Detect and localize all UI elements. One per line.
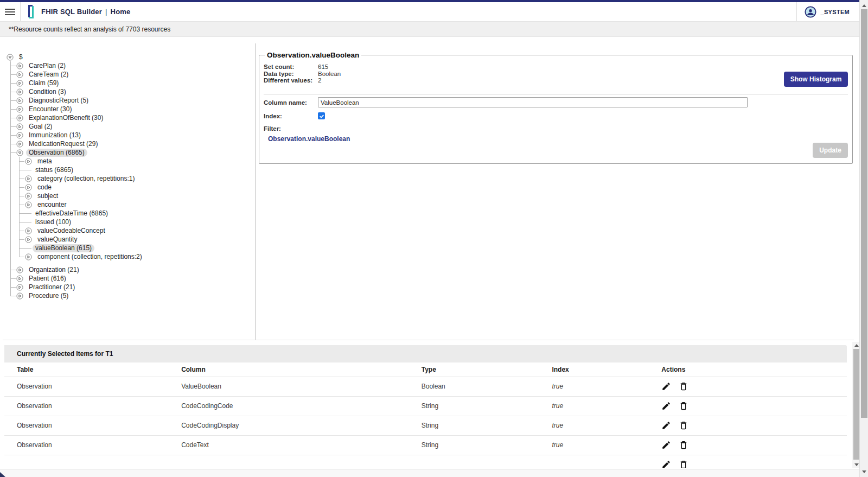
tree-node[interactable]: CarePlan (2) [4,61,251,70]
tree-node[interactable]: Encounter (30) [4,105,251,113]
tree-toggle-icon[interactable] [16,97,23,104]
tree-toggle-icon[interactable] [16,132,23,139]
tree-node[interactable]: DiagnosticReport (5) [4,96,251,105]
tree-node[interactable]: Condition (3) [4,87,251,96]
tree-toggle-icon[interactable] [16,71,23,78]
tree-node-label[interactable]: meta [35,157,55,166]
tree-node-label[interactable]: $ [16,53,25,61]
tree-toggle-icon[interactable] [25,201,32,208]
index-checkbox[interactable] [318,112,325,119]
tree-node[interactable]: Goal (2) [4,122,251,131]
tree-node-label[interactable]: category (collection, repetitions:1) [35,175,137,183]
tree-node-label[interactable]: CareTeam (2) [26,71,71,79]
tree-node[interactable]: Organization (21) [4,265,251,274]
tree-node[interactable]: status (6865) [4,166,251,174]
tree-node[interactable]: Claim (59) [4,79,251,87]
tree-node-label[interactable]: Observation (6865) [26,149,87,157]
tree-toggle-icon[interactable] [25,184,32,191]
tree-toggle-icon[interactable] [25,227,32,234]
edit-icon[interactable] [661,381,671,391]
tree-node[interactable]: code [4,183,251,192]
tree-node-label[interactable]: status (6865) [33,166,76,174]
tree-toggle-icon[interactable] [16,149,23,156]
tree-node-label[interactable]: Encounter (30) [26,105,74,113]
tree-toggle-icon[interactable] [25,253,32,260]
filter-link[interactable]: Observation.valueBoolean [268,135,350,143]
delete-icon[interactable] [679,381,688,391]
edit-icon[interactable] [661,460,671,468]
tree-node[interactable]: encounter [4,200,251,209]
tree-node-label[interactable]: effectiveDateTime (6865) [33,209,111,218]
user-menu[interactable]: _SYSTEM [796,2,859,21]
tree-node-label[interactable]: Goal (2) [26,123,55,131]
tree-node-label[interactable]: Immunization (13) [26,131,84,139]
tree-toggle-icon[interactable] [16,292,23,300]
tree-toggle-icon[interactable] [16,62,23,69]
tree-node[interactable]: valueQuantity [4,235,251,244]
tree-node[interactable]: ExplanationOfBenefit (30) [4,113,251,122]
tree-node[interactable]: component (collection, repetitions:2) [4,252,251,261]
tree-node-label[interactable]: Patient (616) [26,275,69,283]
delete-icon[interactable] [679,460,688,468]
tree-node-label[interactable]: Condition (3) [26,88,69,96]
show-histogram-button[interactable]: Show Histogram [784,72,848,87]
tree-node[interactable]: CareTeam (2) [4,70,251,79]
tree-node-label[interactable]: code [35,183,54,192]
tree-node-label[interactable]: Practitioner (21) [26,283,78,291]
tree-node[interactable]: category (collection, repetitions:1) [4,174,251,183]
tree-node-label[interactable]: Claim (59) [26,79,61,87]
tree-toggle-icon[interactable] [25,193,32,200]
tree-toggle-icon[interactable] [16,284,23,291]
tree-node-label[interactable]: ExplanationOfBenefit (30) [26,114,106,122]
tree-node[interactable]: $ [4,53,251,61]
vertical-scrollbar[interactable] [859,0,868,477]
tree-node[interactable]: subject [4,192,251,200]
tree-toggle-icon[interactable] [25,175,32,182]
tree-node-label[interactable]: CarePlan (2) [26,62,68,70]
tree-node[interactable]: Patient (616) [4,274,251,283]
tree-toggle-icon[interactable] [16,266,23,274]
update-button[interactable]: Update [813,143,848,158]
delete-icon[interactable] [679,440,688,450]
tree-node-label[interactable]: encounter [35,201,69,209]
tree-node[interactable]: Observation (6865) [4,148,251,157]
tree-node-label[interactable]: DiagnosticReport (5) [26,97,91,105]
tree-toggle-icon[interactable] [16,141,23,148]
tree-node[interactable]: valueBoolean (615) [4,244,251,252]
menu-button[interactable] [0,2,21,21]
delete-icon[interactable] [679,401,688,411]
edit-icon[interactable] [661,401,671,411]
tree-node-label[interactable]: Organization (21) [26,266,82,274]
tree-node[interactable]: valueCodeableConcept [4,226,251,235]
tree-node-label[interactable]: Procedure (5) [26,292,71,300]
tree-toggle-icon[interactable] [16,275,23,282]
tree-node-label[interactable]: valueQuantity [35,236,80,244]
delete-icon[interactable] [679,421,688,430]
tree-node-label[interactable]: valueBoolean (615) [33,244,94,252]
tree-node-label[interactable]: component (collection, repetitions:2) [35,253,145,261]
tree-node-label[interactable]: valueCodeableConcept [35,227,108,235]
tree-node[interactable]: Immunization (13) [4,131,251,139]
scrollbar-thumb[interactable] [861,9,867,418]
tree-node-label[interactable]: issued (100) [33,218,74,226]
tree-node-label[interactable]: subject [35,192,61,200]
tree-node[interactable]: MedicationRequest (29) [4,139,251,148]
tree-node[interactable]: Practitioner (21) [4,283,251,291]
tree-toggle-icon[interactable] [25,158,32,165]
scroll-down-icon[interactable] [860,468,868,475]
scroll-up-icon[interactable] [860,2,868,9]
column-name-input[interactable] [318,97,748,107]
tree-node[interactable]: issued (100) [4,218,251,226]
tree-toggle-icon[interactable] [16,123,23,130]
tree-node[interactable]: Procedure (5) [4,291,251,300]
tree-node-label[interactable]: MedicationRequest (29) [26,140,100,148]
tree-toggle-icon[interactable] [16,80,23,87]
tree-toggle-icon[interactable] [25,236,32,243]
tree-toggle-icon[interactable] [16,88,23,96]
tree-toggle-icon[interactable] [16,106,23,113]
tree-toggle-icon[interactable] [7,54,14,61]
edit-icon[interactable] [661,421,671,430]
panel-divider[interactable] [255,43,256,340]
scrollbar-thumb[interactable] [853,349,859,460]
tree-toggle-icon[interactable] [16,115,23,122]
